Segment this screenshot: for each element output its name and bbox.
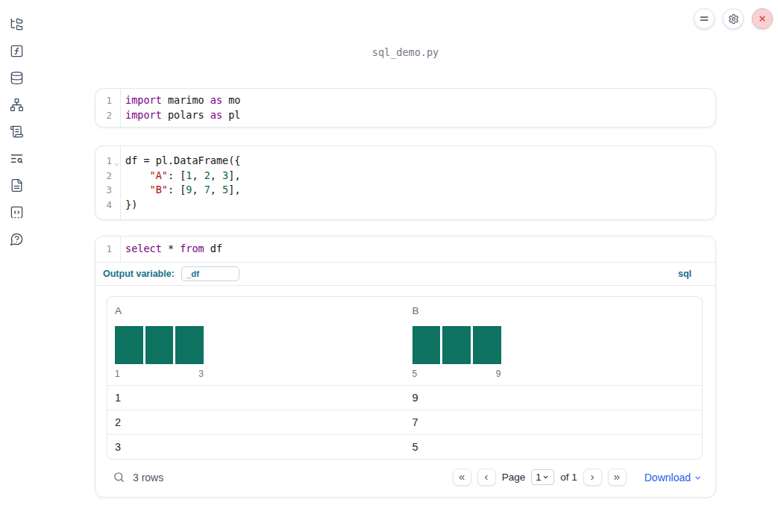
chevron-right-icon: [588, 473, 597, 482]
code-text: "A": [1, 2, 3],: [120, 169, 241, 184]
line-number: 1: [95, 242, 120, 257]
code-line[interactable]: 1import marimo as mo: [95, 93, 715, 108]
code-text: "B": [9, 7, 5],: [120, 183, 241, 198]
code-line[interactable]: 4}): [95, 198, 715, 213]
gutter-divider: [120, 146, 121, 219]
search-icon[interactable]: [113, 471, 125, 484]
file-explorer-tree-icon[interactable]: [10, 17, 24, 31]
help-question-bubble-icon[interactable]: [10, 232, 24, 246]
logs-scroll-icon[interactable]: [10, 125, 24, 139]
settings-gear-icon: [728, 13, 739, 25]
page-select-value: 1: [536, 472, 541, 483]
snippets-code-icon[interactable]: [10, 205, 24, 219]
code-text: import marimo as mo: [120, 93, 240, 108]
chevron-down-icon: [542, 474, 549, 481]
output-variable-label: Output variable:: [103, 269, 175, 279]
language-badge: sql: [678, 269, 691, 279]
table-cell: 7: [405, 416, 703, 428]
column-histogram: 1 3: [115, 326, 204, 379]
sql-cell: 1select * from df Output variable: sql A…: [95, 236, 716, 498]
output-variable-row: Output variable: sql: [95, 263, 715, 286]
datasources-database-icon[interactable]: [10, 71, 24, 85]
column-header-b[interactable]: B 5 9: [405, 297, 703, 385]
page-of-label: of 1: [560, 472, 577, 483]
histogram-min-label: 5: [412, 369, 418, 379]
column-name: B: [412, 305, 695, 316]
sidebar: [0, 0, 33, 532]
dataframe-table: A 1 3 B: [107, 296, 703, 460]
page-select[interactable]: 1: [531, 469, 554, 485]
chevrons-left-icon: [457, 473, 466, 482]
histogram-max-label: 3: [198, 369, 204, 379]
code-line[interactable]: 2 "A": [1, 2, 3],: [95, 169, 715, 184]
settings-button[interactable]: [723, 8, 744, 29]
chevron-down-icon: [694, 474, 702, 482]
code-editor[interactable]: 1df = pl.DataFrame({2 "A": [1, 2, 3],3 "…: [95, 154, 715, 212]
histogram-max-label: 9: [496, 369, 501, 379]
sql-editor[interactable]: 1select * from df: [95, 237, 715, 263]
histogram-min-label: 1: [115, 369, 120, 379]
code-line[interactable]: 1select * from df: [95, 242, 715, 257]
table-cell: 5: [405, 441, 703, 453]
code-editor[interactable]: 1import marimo as mo2import polars as pl: [95, 93, 715, 122]
table-body: 192735: [107, 385, 702, 459]
table-cell: 1: [107, 392, 405, 404]
table-of-contents-search-icon[interactable]: [10, 151, 24, 166]
histogram-bar: [145, 326, 174, 364]
table-row: 19: [107, 385, 702, 410]
chevron-left-icon: [482, 473, 491, 482]
table-output: A 1 3 B: [95, 286, 715, 497]
row-count: 3 rows: [133, 472, 163, 484]
histogram-bar: [442, 326, 471, 364]
code-line[interactable]: 1df = pl.DataFrame({: [95, 154, 715, 169]
dependency-graph-icon[interactable]: [10, 98, 24, 112]
documentation-file-icon[interactable]: [10, 178, 24, 193]
last-page-button[interactable]: [608, 469, 627, 486]
download-label: Download: [644, 472, 691, 484]
column-name: A: [115, 305, 398, 316]
shutdown-button[interactable]: [752, 8, 773, 29]
line-number: 2: [95, 169, 120, 184]
table-row: 35: [107, 434, 702, 459]
line-number: 1: [95, 93, 120, 108]
line-number: 3: [95, 183, 120, 198]
code-text: import polars as pl: [120, 108, 240, 123]
line-number: 4: [95, 198, 120, 213]
scratchpad-function-icon[interactable]: [10, 44, 24, 58]
page-label: Page: [502, 472, 526, 483]
chevrons-right-icon: [612, 473, 621, 482]
previous-page-button[interactable]: [477, 469, 496, 486]
code-cell-imports[interactable]: 1import marimo as mo2import polars as pl: [95, 88, 716, 128]
histogram-bar: [412, 326, 441, 364]
output-variable-input[interactable]: [181, 266, 239, 281]
histogram-bar: [175, 326, 204, 364]
histogram-bar: [473, 326, 501, 364]
column-histogram: 5 9: [412, 326, 501, 379]
notebook-filename[interactable]: sql_demo.py: [95, 46, 716, 58]
table-cell: 2: [107, 416, 405, 428]
notebook: sql_demo.py 1import marimo as mo2import …: [95, 0, 716, 498]
code-text: df = pl.DataFrame({: [120, 154, 240, 169]
next-page-button[interactable]: [583, 469, 602, 486]
table-header: A 1 3 B: [107, 297, 702, 385]
shutdown-close-icon: [758, 14, 767, 23]
line-number: 2: [95, 108, 120, 123]
table-row: 27: [107, 410, 702, 434]
fold-chevron-icon[interactable]: [113, 157, 120, 164]
code-line[interactable]: 2import polars as pl: [95, 108, 715, 123]
first-page-button[interactable]: [453, 469, 471, 486]
pagination: Page 1 of 1 Download: [453, 469, 702, 486]
code-line[interactable]: 3 "B": [9, 7, 5],: [95, 183, 715, 198]
column-header-a[interactable]: A 1 3: [107, 297, 405, 385]
histogram-bar: [115, 326, 143, 364]
download-button[interactable]: Download: [644, 472, 702, 484]
table-cell: 3: [107, 441, 405, 453]
gutter-divider: [120, 89, 121, 127]
code-text: select * from df: [120, 242, 222, 257]
table-cell: 9: [405, 392, 703, 404]
gutter-divider: [120, 237, 121, 262]
code-cell-dataframe[interactable]: 1df = pl.DataFrame({2 "A": [1, 2, 3],3 "…: [95, 145, 716, 220]
code-text: }): [120, 198, 137, 213]
table-footer: 3 rows Page 1 of 1: [107, 460, 703, 495]
line-number: 1: [95, 154, 120, 169]
